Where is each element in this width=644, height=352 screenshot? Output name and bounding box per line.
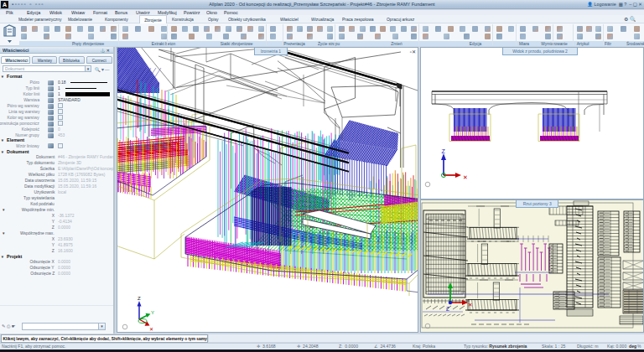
svg-text:✕: ✕ (149, 327, 153, 332)
svg-text:✕: ✕ (463, 174, 468, 180)
svg-text:Z: Z (442, 148, 446, 154)
svg-text:Z: Z (446, 306, 449, 312)
svg-text:Z: Z (138, 296, 141, 301)
svg-text:✕: ✕ (468, 302, 472, 308)
svg-text:Y: Y (151, 310, 154, 315)
